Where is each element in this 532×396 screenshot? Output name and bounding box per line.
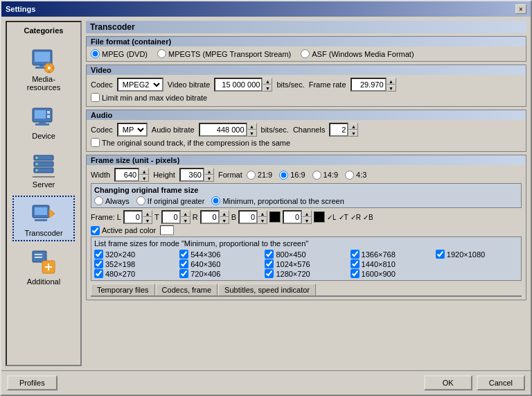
- radio-mpegts-input[interactable]: [157, 49, 166, 58]
- size-1920x1080[interactable]: 1920×1080: [436, 250, 518, 259]
- frame-l-up-btn[interactable]: ▲: [143, 210, 152, 217]
- original-track-check[interactable]: The original sound track, if the compres…: [91, 138, 290, 147]
- audio-bitrate-input[interactable]: [199, 123, 247, 137]
- size-320x240[interactable]: 320×240: [94, 250, 177, 259]
- limit-bitrate-input[interactable]: [91, 93, 100, 102]
- height-up-btn[interactable]: ▲: [204, 168, 214, 175]
- frame-color-box2[interactable]: [314, 212, 325, 223]
- frame-r-input[interactable]: [200, 210, 220, 224]
- height-input[interactable]: [179, 168, 204, 182]
- size-800x450[interactable]: 800×450: [265, 250, 347, 259]
- frame-t-input[interactable]: [161, 210, 181, 224]
- cancel-button[interactable]: Cancel: [477, 375, 525, 390]
- sidebar-item-server[interactable]: Server: [12, 147, 75, 193]
- width-up-btn[interactable]: ▲: [139, 168, 149, 175]
- framerate-up-btn[interactable]: ▲: [387, 78, 396, 85]
- codec-label: Codec: [91, 80, 113, 89]
- bitrate-up-btn[interactable]: ▲: [263, 78, 272, 85]
- size-720x406[interactable]: 720×406: [179, 269, 262, 278]
- format-14-9-input[interactable]: [312, 171, 321, 180]
- frame-l-input[interactable]: [123, 210, 143, 224]
- change-always-input[interactable]: [94, 196, 103, 205]
- active-pad-input[interactable]: [91, 226, 100, 235]
- tab-codecs-frame[interactable]: Codecs, frame: [156, 284, 218, 295]
- limit-bitrate-check[interactable]: Limit min and max video bitrate: [91, 93, 207, 102]
- sidebar-item-device-label: Device: [32, 132, 55, 140]
- audio-bitrate-up-btn[interactable]: ▲: [247, 123, 257, 130]
- size-1600x900[interactable]: 1600×900: [351, 269, 433, 278]
- sidebar-item-media-resources[interactable]: Media-resources: [12, 42, 75, 96]
- radio-asf-input[interactable]: [301, 49, 310, 58]
- ok-button[interactable]: OK: [424, 375, 472, 390]
- channels-label: Channels: [293, 126, 325, 134]
- format-4-3[interactable]: 4:3: [345, 171, 366, 180]
- frame-t-down-btn[interactable]: ▼: [181, 217, 190, 224]
- original-track-label: The original sound track, if the compres…: [102, 139, 290, 147]
- frame-b-input[interactable]: [238, 210, 258, 224]
- channels-up-btn[interactable]: ▲: [348, 123, 358, 130]
- audio-codec-select[interactable]: MP3: [117, 123, 148, 137]
- codec-select[interactable]: MPEG2: [117, 78, 163, 92]
- list-frame-sizes-title: List frame sizes for mode "Minimum, prop…: [94, 239, 518, 248]
- size-352x198[interactable]: 352×198: [94, 259, 177, 268]
- width-down-btn[interactable]: ▼: [139, 175, 149, 182]
- channels-down-btn[interactable]: ▼: [348, 130, 358, 137]
- width-input[interactable]: [114, 168, 139, 182]
- sidebar-item-media-resources-label: Media-resources: [17, 75, 71, 92]
- svg-rect-27: [35, 219, 47, 221]
- tab-subtitles-speed[interactable]: Subtitles, speed indicator: [218, 284, 316, 295]
- radio-asf-label: ASF (Windows Media Format): [312, 50, 414, 58]
- sidebar-item-device[interactable]: Device: [12, 98, 75, 144]
- bitrate-input[interactable]: [214, 78, 263, 92]
- framerate-input[interactable]: [351, 78, 387, 92]
- height-label: Height: [153, 171, 175, 179]
- close-button[interactable]: ×: [515, 4, 526, 14]
- size-640x360[interactable]: 640×360: [179, 259, 262, 268]
- size-1366x768[interactable]: 1366×768: [351, 250, 433, 259]
- radio-mpeg-dvd[interactable]: MPEG (DVD): [91, 49, 148, 58]
- frame-t-up-btn[interactable]: ▲: [181, 210, 190, 217]
- frame-r-down-btn[interactable]: ▼: [220, 217, 229, 224]
- change-if-greater[interactable]: If original greater: [136, 196, 205, 205]
- frame-extra-down-btn[interactable]: ▼: [302, 217, 312, 224]
- change-always[interactable]: Always: [94, 196, 130, 205]
- change-minimum[interactable]: Minimum, proportional to the screen: [211, 196, 344, 205]
- frame-r-up-btn[interactable]: ▲: [220, 210, 229, 217]
- audio-bitrate-down-btn[interactable]: ▼: [247, 130, 257, 137]
- frame-b-up-btn[interactable]: ▲: [258, 210, 267, 217]
- size-544x306[interactable]: 544×306: [179, 250, 262, 259]
- sidebar-item-transcoder[interactable]: Transcoder: [12, 196, 75, 241]
- channels-input[interactable]: [329, 123, 348, 137]
- format-16-9-input[interactable]: [279, 171, 288, 180]
- active-pad-check[interactable]: Active pad color: [91, 226, 156, 235]
- change-if-greater-input[interactable]: [136, 196, 145, 205]
- format-21-9[interactable]: 21:9: [247, 171, 272, 180]
- framerate-down-btn[interactable]: ▼: [387, 85, 396, 92]
- change-always-label: Always: [105, 197, 130, 205]
- size-1440x810[interactable]: 1440×810: [351, 259, 433, 268]
- format-14-9[interactable]: 14:9: [312, 171, 338, 180]
- active-pad-color-box[interactable]: [160, 225, 174, 235]
- frame-l-down-btn[interactable]: ▼: [143, 217, 152, 224]
- format-4-3-input[interactable]: [345, 171, 354, 180]
- change-minimum-input[interactable]: [211, 196, 220, 205]
- original-track-input[interactable]: [91, 138, 100, 147]
- frame-color-box[interactable]: [269, 212, 281, 223]
- profiles-button[interactable]: Profiles: [7, 375, 57, 390]
- bitrate-spin: ▲ ▼: [214, 78, 272, 92]
- format-21-9-input[interactable]: [247, 171, 256, 180]
- radio-mpeg-dvd-input[interactable]: [91, 49, 100, 58]
- tab-temporary-files[interactable]: Temporary files: [91, 284, 155, 295]
- radio-asf[interactable]: ASF (Windows Media Format): [301, 49, 414, 58]
- format-16-9[interactable]: 16:9: [279, 171, 305, 180]
- bitrate-down-btn[interactable]: ▼: [263, 85, 272, 92]
- height-down-btn[interactable]: ▼: [204, 175, 214, 182]
- size-1024x576[interactable]: 1024×576: [265, 259, 347, 268]
- sidebar-item-additional[interactable]: Additional: [12, 244, 75, 290]
- frame-extra-input[interactable]: [283, 210, 302, 224]
- size-1280x720[interactable]: 1280×720: [265, 269, 347, 278]
- size-480x270[interactable]: 480×270: [94, 269, 177, 278]
- frame-extra-up-btn[interactable]: ▲: [302, 210, 312, 217]
- frame-b-down-btn[interactable]: ▼: [258, 217, 267, 224]
- radio-mpegts[interactable]: MPEGTS (MPEG Transport Stream): [157, 49, 291, 58]
